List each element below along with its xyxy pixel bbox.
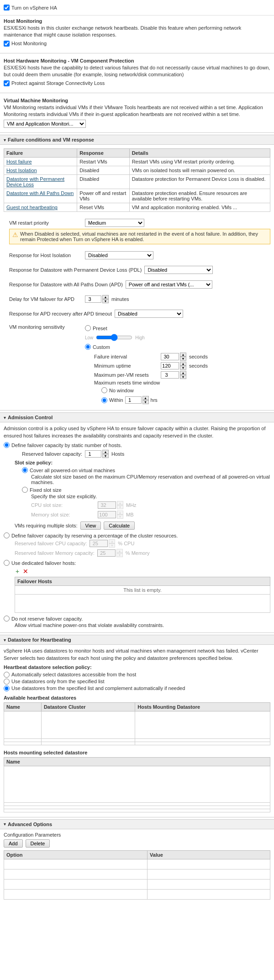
max-resets-label: Maximum per-VM resets	[94, 372, 158, 378]
admission-control-header[interactable]: ▾ Admission Control	[0, 412, 274, 422]
config-table: Option Value	[4, 850, 270, 900]
apd-delay-label: Delay for VM failover for APD	[9, 296, 82, 302]
apd-delay-up[interactable]: ▲	[102, 295, 109, 299]
cpu-slot-label: CPU slot size:	[31, 502, 95, 508]
failure-col-header: Failure	[4, 149, 77, 158]
failover-hosts-table: Failover Hosts This list is empty.	[15, 577, 270, 595]
ds-empty-row	[4, 711, 42, 738]
memory-slot-unit: MB	[126, 512, 134, 517]
delete-config-button[interactable]: Delete	[26, 839, 50, 848]
host-isolation-select[interactable]: Disabled Power off and restart VMs Shut …	[85, 251, 153, 259]
static-label: Define failover capacity by static numbe…	[11, 443, 122, 448]
slot-size-policy-label: Slot size policy:	[15, 460, 270, 465]
fixed-slot-label: Fixed slot size	[30, 487, 62, 493]
reserved-failover-label: Reserved failover capacity:	[22, 451, 82, 457]
remove-failover-host-button[interactable]: ✕	[22, 568, 29, 575]
admission-control-desc: Admission control is a policy used by vS…	[4, 425, 270, 439]
hw-monitoring-desc: ESX/ESXi hosts have the capability to de…	[4, 64, 270, 79]
turn-on-ha-label: Turn on vSphere HA	[11, 5, 57, 11]
failure-interval-label: Failure interval	[94, 354, 158, 359]
hosts-mounting-label: Hosts mounting selected datastore	[4, 750, 270, 755]
vm-monitoring-sensitivity-label: VM monitoring sensitivity	[9, 324, 82, 330]
advanced-options-arrow: ▾	[4, 822, 6, 827]
auto-ds-label: Automatically select datastores accessib…	[11, 672, 136, 677]
table-row: Guest not heartbeatingReset VMsVM and ap…	[4, 203, 270, 212]
specified-complement-label: Use datastores from the specified list a…	[11, 685, 185, 691]
failure-interval-input[interactable]	[161, 353, 179, 360]
admission-control-label: Admission Control	[8, 415, 53, 420]
auto-ds-radio[interactable]	[4, 672, 10, 678]
vm-restart-priority-select[interactable]: Medium Disabled Low High	[85, 219, 144, 227]
pct-radio[interactable]	[4, 532, 10, 538]
pdl-select[interactable]: Disabled Power off and restart VMs	[144, 266, 213, 274]
failure-interval-unit: seconds	[189, 354, 208, 359]
host-monitoring-title: Host Monitoring	[4, 18, 270, 24]
failure-interval-down[interactable]: ▼	[180, 357, 186, 361]
minimum-uptime-up[interactable]: ▲	[180, 362, 186, 366]
failure-interval-up[interactable]: ▲	[180, 353, 186, 357]
sensitivity-slider[interactable]	[96, 334, 132, 341]
within-label: Within	[109, 397, 123, 403]
config-empty-row	[4, 859, 270, 869]
within-unit: hrs	[151, 397, 158, 403]
failover-hosts-col: Failover Hosts	[15, 577, 270, 586]
max-resets-input[interactable]	[161, 371, 179, 379]
reserved-up[interactable]: ▲	[102, 450, 109, 454]
datastore-heartbeating-desc: vSphere HA uses datastores to monitor ho…	[4, 648, 270, 662]
slider-low: Low	[85, 335, 93, 340]
within-down[interactable]: ▼	[142, 400, 149, 404]
apd-delay-input[interactable]	[85, 295, 101, 303]
vm-monitoring-desc: VM Monitoring restarts individual VMs if…	[4, 104, 270, 118]
calculate-button[interactable]: Calculate	[104, 522, 135, 530]
apd-recovery-select[interactable]: Disabled Reset VMs	[115, 310, 183, 318]
static-radio[interactable]	[4, 442, 10, 448]
fixed-slot-radio[interactable]	[22, 487, 28, 493]
host-monitoring-checkbox[interactable]	[4, 41, 10, 47]
memory-slot-input	[98, 511, 116, 518]
custom-label: Custom	[93, 344, 110, 350]
table-row: Datastore with All Paths DownPower off a…	[4, 189, 270, 203]
add-failover-host-button[interactable]: +	[15, 568, 20, 575]
no-window-radio[interactable]	[101, 387, 107, 393]
within-up[interactable]: ▲	[142, 396, 149, 400]
cpu-pct-up: ▲	[109, 539, 115, 543]
max-resets-up[interactable]: ▲	[180, 371, 186, 375]
dedicated-radio[interactable]	[4, 560, 10, 566]
apd-delay-down[interactable]: ▼	[102, 299, 109, 303]
max-resets-window-label: Maximum resets time window	[94, 380, 160, 385]
host-monitoring-checkbox-label: Host Monitoring	[11, 41, 47, 46]
memory-slot-down: ▼	[117, 515, 123, 519]
within-value-input[interactable]	[125, 396, 142, 404]
no-reserve-label: Do not reserve failover capacity.	[11, 616, 83, 622]
minimum-uptime-down[interactable]: ▼	[180, 366, 186, 370]
reserved-failover-input[interactable]	[85, 450, 101, 458]
slider-high: High	[135, 335, 145, 340]
specified-only-radio[interactable]	[4, 679, 10, 685]
no-reserve-radio[interactable]	[4, 616, 10, 622]
vm-restart-priority-label: VM restart priority	[9, 220, 82, 226]
hw-monitoring-checkbox[interactable]	[4, 80, 10, 86]
host-isolation-label: Response for Host Isolation	[9, 253, 82, 258]
failure-conditions-header[interactable]: ▾ Failure conditions and VM response	[0, 135, 274, 145]
minimum-uptime-input[interactable]	[161, 362, 179, 369]
hw-monitoring-title: Host Hardware Monitoring - VM Component …	[4, 58, 270, 63]
advanced-options-header[interactable]: ▾ Advanced Options	[0, 819, 274, 829]
reserved-down[interactable]: ▼	[102, 454, 109, 458]
hw-monitoring-checkbox-label: Protect against Storage Connectivity Los…	[11, 80, 105, 86]
view-button[interactable]: View	[80, 522, 101, 530]
preset-radio[interactable]	[85, 325, 91, 331]
apd-select[interactable]: Power off and restart VMs (... Disabled	[126, 280, 212, 289]
add-config-button[interactable]: Add	[4, 839, 23, 848]
vm-monitoring-select[interactable]: VM and Application Monitori... VM Monito…	[4, 120, 86, 128]
custom-radio[interactable]	[85, 344, 91, 350]
within-radio[interactable]	[101, 397, 107, 403]
turn-on-ha-checkbox[interactable]	[4, 5, 10, 11]
failure-conditions-label: Failure conditions and VM response	[8, 137, 94, 142]
max-resets-down[interactable]: ▼	[180, 375, 186, 379]
cover-all-radio[interactable]	[22, 467, 28, 473]
specified-complement-radio[interactable]	[4, 685, 10, 691]
datastore-heartbeating-header[interactable]: ▾ Datastore for Heartbeating	[0, 635, 274, 645]
pdl-label: Response for Datastore with Permanent De…	[9, 267, 142, 273]
cover-all-desc: Calculate slot size based on the maximum…	[22, 474, 270, 485]
value-col: Value	[148, 850, 270, 859]
